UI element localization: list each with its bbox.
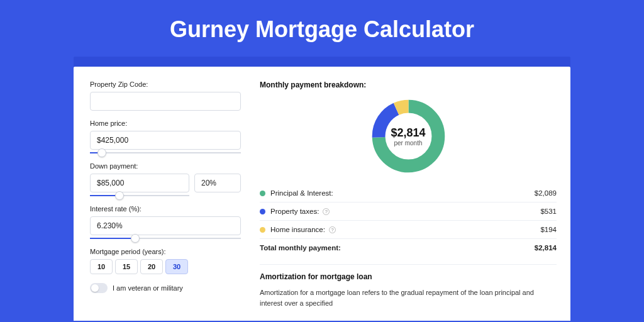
period-option-15[interactable]: 15 [115, 259, 138, 274]
period-field: Mortgage period (years): 10 15 20 30 [90, 248, 241, 274]
interest-field: Interest rate (%): [90, 205, 241, 239]
legend-dot [260, 209, 265, 214]
legend-total-amount: $2,814 [535, 244, 557, 252]
amortization-section: Amortization for mortgage loan Amortizat… [260, 264, 557, 308]
legend-dot [260, 227, 265, 233]
legend-row-total: Total monthly payment: $2,814 [260, 239, 557, 257]
down-payment-slider[interactable] [90, 195, 189, 196]
donut-wrap: $2,814 per month [260, 97, 557, 175]
legend-amount: $2,089 [535, 189, 557, 197]
legend-total-label: Total monthly payment: [260, 244, 341, 252]
legend: Principal & Interest: $2,089 Property ta… [260, 184, 557, 257]
down-payment-field: Down payment: [90, 162, 241, 196]
page-title: Gurney Mortgage Calculator [0, 0, 644, 57]
calculator-card: Property Zip Code: Home price: Down paym… [74, 67, 570, 321]
info-icon[interactable]: ? [329, 226, 336, 233]
veteran-label: I am veteran or military [113, 284, 183, 292]
legend-label: Home insurance: [270, 226, 325, 233]
amortization-title: Amortization for mortgage loan [260, 272, 557, 281]
legend-row-principal: Principal & Interest: $2,089 [260, 184, 557, 203]
interest-slider[interactable] [90, 238, 241, 239]
donut-center: $2,814 per month [369, 97, 448, 175]
donut-center-value: $2,814 [391, 126, 425, 140]
inputs-panel: Property Zip Code: Home price: Down paym… [90, 80, 241, 321]
down-payment-pct-input[interactable] [194, 174, 241, 192]
legend-label: Principal & Interest: [270, 189, 333, 197]
period-option-10[interactable]: 10 [90, 259, 113, 274]
slider-thumb[interactable] [115, 191, 124, 200]
interest-input[interactable] [90, 216, 241, 235]
period-option-30[interactable]: 30 [165, 259, 188, 274]
zip-field: Property Zip Code: [90, 80, 241, 111]
payment-donut-chart: $2,814 per month [369, 97, 448, 175]
legend-amount: $194 [540, 226, 557, 233]
donut-center-sub: per month [394, 140, 422, 147]
legend-amount: $531 [540, 208, 557, 215]
period-option-20[interactable]: 20 [140, 259, 163, 274]
home-price-field: Home price: [90, 119, 241, 153]
info-icon[interactable]: ? [323, 208, 330, 215]
card-backdrop: Property Zip Code: Home price: Down paym… [74, 57, 570, 321]
home-price-input[interactable] [90, 131, 241, 150]
breakdown-panel: Monthly payment breakdown: $2,814 per mo… [260, 80, 557, 321]
interest-label: Interest rate (%): [90, 205, 241, 213]
down-payment-label: Down payment: [90, 162, 241, 170]
breakdown-title: Monthly payment breakdown: [260, 80, 557, 89]
period-options: 10 15 20 30 [90, 259, 241, 274]
legend-row-insurance: Home insurance: ? $194 [260, 221, 557, 239]
home-price-label: Home price: [90, 119, 241, 127]
legend-dot [260, 191, 265, 196]
legend-label: Property taxes: [270, 208, 319, 215]
veteran-row: I am veteran or military [90, 283, 241, 293]
down-payment-input[interactable] [90, 174, 189, 192]
slider-thumb[interactable] [131, 234, 140, 243]
slider-thumb[interactable] [97, 148, 106, 157]
zip-label: Property Zip Code: [90, 80, 241, 88]
veteran-toggle[interactable] [90, 283, 108, 293]
period-label: Mortgage period (years): [90, 248, 241, 255]
zip-input[interactable] [90, 92, 241, 111]
amortization-text: Amortization for a mortgage loan refers … [260, 287, 557, 308]
home-price-slider[interactable] [90, 152, 241, 153]
legend-row-taxes: Property taxes: ? $531 [260, 203, 557, 221]
